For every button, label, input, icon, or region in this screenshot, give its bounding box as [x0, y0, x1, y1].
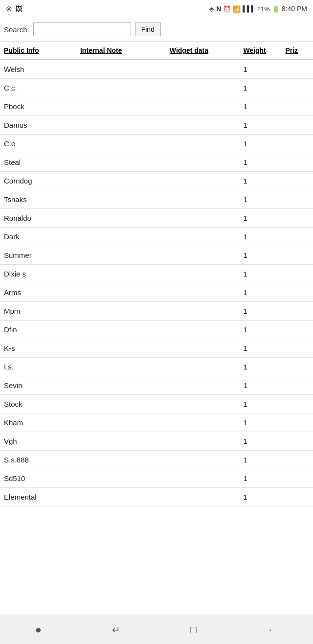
cell-widget — [166, 79, 240, 97]
cell-public: Damus — [0, 116, 76, 135]
signal-icon: ▌▌▌ — [243, 5, 255, 12]
cell-public: Vgh — [0, 432, 76, 451]
cell-widget — [166, 246, 240, 265]
cell-prize — [281, 469, 313, 488]
cell-widget — [166, 228, 240, 246]
n-icon: N — [216, 5, 221, 13]
cell-weight: 1 — [239, 302, 281, 321]
search-input[interactable] — [33, 23, 131, 36]
cell-internal — [76, 116, 166, 135]
table-row[interactable]: Vgh1 — [0, 432, 313, 451]
cell-internal — [76, 135, 166, 153]
alarm-icon: ⏰ — [223, 5, 231, 13]
table-row[interactable]: Ronaldo1 — [0, 209, 313, 228]
data-table: Public Info Internal Note Widget data We… — [0, 42, 313, 506]
cell-prize — [281, 60, 313, 79]
cell-weight: 1 — [239, 265, 281, 283]
cell-prize — [281, 376, 313, 395]
table-row[interactable]: Dfin1 — [0, 321, 313, 339]
cell-internal — [76, 79, 166, 97]
cell-internal — [76, 395, 166, 414]
table-row[interactable]: Steal1 — [0, 153, 313, 172]
cell-public: Dfin — [0, 321, 76, 339]
table-row[interactable]: Kham1 — [0, 414, 313, 432]
cell-weight: 1 — [239, 135, 281, 153]
cell-weight: 1 — [239, 172, 281, 190]
cell-widget — [166, 488, 240, 506]
cell-internal — [76, 451, 166, 469]
cell-widget — [166, 321, 240, 339]
cell-prize — [281, 414, 313, 432]
cell-internal — [76, 339, 166, 358]
table-row[interactable]: I.s.1 — [0, 358, 313, 376]
table-row[interactable]: K-s1 — [0, 339, 313, 358]
table-row[interactable]: C.e1 — [0, 135, 313, 153]
wifi-icon: 📶 — [233, 5, 241, 13]
cell-internal — [76, 97, 166, 116]
cell-widget — [166, 190, 240, 209]
cell-public: Ronaldo — [0, 209, 76, 228]
image-icon: 🖼 — [15, 5, 22, 13]
find-button[interactable]: Find — [135, 23, 161, 36]
nav-dot-icon[interactable]: ● — [35, 623, 42, 636]
nav-corner-arrow-icon[interactable]: ↵ — [112, 624, 120, 636]
cell-public: Dark — [0, 228, 76, 246]
cell-widget — [166, 376, 240, 395]
table-row[interactable]: Pbock1 — [0, 97, 313, 116]
cell-widget — [166, 172, 240, 190]
cell-internal — [76, 302, 166, 321]
cell-prize — [281, 116, 313, 135]
table-row[interactable]: Welsh1 — [0, 60, 313, 79]
cell-weight: 1 — [239, 97, 281, 116]
nav-back-icon[interactable]: ← — [267, 623, 278, 636]
cell-prize — [281, 97, 313, 116]
cell-internal — [76, 376, 166, 395]
cell-internal — [76, 283, 166, 302]
voicemail-icon: ⊜ — [6, 4, 12, 13]
table-row[interactable]: Sevin1 — [0, 376, 313, 395]
cell-prize — [281, 451, 313, 469]
cell-public: Welsh — [0, 60, 76, 79]
table-row[interactable]: Damus1 — [0, 116, 313, 135]
cell-public: Elemental — [0, 488, 76, 506]
cell-widget — [166, 414, 240, 432]
table-row[interactable]: Dixie s1 — [0, 265, 313, 283]
table-row[interactable]: S.s.8881 — [0, 451, 313, 469]
status-right-icons: ⬘ N ⏰ 📶 ▌▌▌ 21% 🔋 8:40 PM — [209, 5, 307, 13]
cell-widget — [166, 209, 240, 228]
table-row[interactable]: Mpm1 — [0, 302, 313, 321]
status-bar: ⊜ 🖼 ⬘ N ⏰ 📶 ▌▌▌ 21% 🔋 8:40 PM — [0, 0, 313, 18]
cell-prize — [281, 283, 313, 302]
table-row[interactable]: Tsnaks1 — [0, 190, 313, 209]
cell-internal — [76, 190, 166, 209]
cell-prize — [281, 339, 313, 358]
cell-weight: 1 — [239, 116, 281, 135]
table-row[interactable]: Summer1 — [0, 246, 313, 265]
cell-weight: 1 — [239, 339, 281, 358]
cell-widget — [166, 135, 240, 153]
col-header-prize: Priz — [281, 42, 313, 60]
table-row[interactable]: Dark1 — [0, 228, 313, 246]
cell-weight: 1 — [239, 358, 281, 376]
table-row[interactable]: C.c.1 — [0, 79, 313, 97]
cell-internal — [76, 228, 166, 246]
table-row[interactable]: Stock1 — [0, 395, 313, 414]
table-row[interactable]: Corndog1 — [0, 172, 313, 190]
bluetooth-icon: ⬘ — [209, 5, 214, 13]
nav-square-icon[interactable]: □ — [190, 623, 197, 636]
table-row[interactable]: Sd5101 — [0, 469, 313, 488]
table-row[interactable]: Elemental1 — [0, 488, 313, 506]
table-row[interactable]: Arms1 — [0, 283, 313, 302]
cell-prize — [281, 190, 313, 209]
cell-public: Corndog — [0, 172, 76, 190]
cell-widget — [166, 358, 240, 376]
search-label: Search: — [4, 25, 29, 34]
cell-prize — [281, 488, 313, 506]
cell-internal — [76, 321, 166, 339]
cell-internal — [76, 209, 166, 228]
cell-public: Steal — [0, 153, 76, 172]
cell-weight: 1 — [239, 209, 281, 228]
cell-widget — [166, 153, 240, 172]
cell-widget — [166, 451, 240, 469]
bottom-nav: ● ↵ □ ← — [0, 615, 313, 644]
